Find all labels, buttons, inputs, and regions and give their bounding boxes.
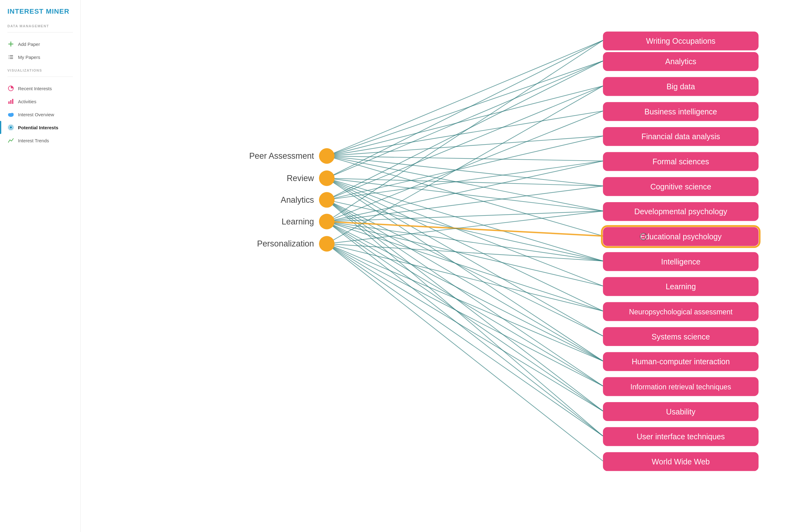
label-writing-occupations: Writing Occupations — [646, 37, 715, 45]
trend-icon — [7, 137, 14, 144]
label-intelligence: Intelligence — [661, 257, 700, 266]
dot-icon — [7, 124, 14, 131]
svg-rect-3 — [10, 57, 13, 57]
nav-activities[interactable]: Activities — [0, 95, 80, 108]
cloud-icon — [7, 111, 14, 118]
nav-interest-trends-label: Interest Trends — [18, 138, 49, 143]
label-peer-assessment: Peer Assessment — [249, 151, 314, 160]
svg-line-55 — [327, 222, 603, 411]
nav-interest-overview-label: Interest Overview — [18, 112, 54, 117]
nav-my-papers[interactable]: My Papers — [0, 51, 80, 63]
network-visualization: Peer Assessment Review Analytics Learnin… — [81, 0, 803, 532]
sidebar: INTEREST MINER DATA MANAGEMENT Add Paper… — [0, 0, 81, 532]
svg-rect-8 — [10, 100, 12, 104]
list-icon — [7, 54, 14, 60]
label-analytics: Analytics — [281, 195, 314, 205]
label-formal-sciences: Formal sciences — [652, 157, 709, 166]
svg-line-45 — [327, 111, 603, 222]
nav-add-paper[interactable]: Add Paper — [0, 38, 80, 51]
label-world-wide-web: World Wide Web — [652, 457, 710, 466]
node-review[interactable] — [319, 171, 334, 186]
divider-1 — [7, 32, 73, 33]
pie-icon — [7, 85, 14, 92]
divider-2 — [7, 77, 73, 77]
label-financial-data-analysis: Financial data analysis — [642, 132, 720, 141]
svg-rect-5 — [10, 58, 13, 59]
svg-line-62 — [327, 244, 603, 386]
svg-point-13 — [9, 126, 12, 129]
nav-add-paper-label: Add Paper — [18, 41, 40, 47]
label-personalization: Personalization — [257, 239, 314, 248]
svg-line-52 — [327, 222, 603, 311]
nav-my-papers-label: My Papers — [18, 55, 40, 60]
label-business-intelligence: Business intelligence — [645, 107, 717, 116]
svg-line-59 — [327, 244, 603, 261]
svg-point-12 — [11, 113, 14, 115]
node-learning[interactable] — [319, 214, 334, 229]
node-personalization[interactable] — [319, 236, 334, 251]
svg-line-61 — [327, 244, 603, 361]
svg-line-19 — [327, 111, 603, 156]
label-cognitive-science: Cognitive science — [650, 182, 711, 191]
svg-line-23 — [327, 156, 603, 211]
svg-rect-1 — [10, 55, 13, 56]
node-peer-assessment[interactable] — [319, 148, 334, 164]
svg-line-63 — [327, 244, 603, 411]
nav-potential-interests-label: Potential Interests — [18, 125, 58, 130]
nav-interest-overview[interactable]: Interest Overview — [0, 108, 80, 121]
label-systems-science: Systems science — [652, 332, 710, 341]
svg-rect-0 — [9, 55, 9, 56]
label-learning-pill: Learning — [666, 282, 696, 291]
label-neuropsychological-assessment: Neuropsychological assessment — [629, 308, 733, 316]
svg-line-17 — [327, 61, 603, 156]
svg-rect-2 — [9, 57, 9, 57]
network-svg: Peer Assessment Review Analytics Learnin… — [81, 0, 803, 532]
svg-line-35 — [327, 86, 603, 200]
label-review: Review — [287, 174, 314, 183]
svg-line-26 — [327, 61, 603, 178]
nav-activities-label: Activities — [18, 99, 36, 104]
data-management-label: DATA MANAGEMENT — [0, 24, 80, 31]
nav-interest-trends[interactable]: Interest Trends — [0, 134, 80, 147]
svg-rect-9 — [12, 99, 13, 104]
label-developmental-psychology: Developmental psychology — [634, 207, 727, 216]
label-learning: Learning — [282, 217, 314, 226]
node-analytics[interactable] — [319, 192, 334, 208]
nav-recent-interests[interactable]: Recent Interests — [0, 82, 80, 95]
svg-rect-4 — [9, 58, 9, 59]
bar-icon — [7, 98, 14, 105]
label-information-retrieval-techniques: Information retrieval techniques — [630, 383, 731, 391]
label-user-interface-techniques: User interface techniques — [637, 432, 725, 441]
label-human-computer-interaction: Human-computer interaction — [632, 357, 729, 366]
svg-line-32 — [327, 178, 603, 336]
label-analytics-pill: Analytics — [665, 57, 696, 66]
main-content: Peer Assessment Review Analytics Learnin… — [81, 0, 803, 532]
svg-rect-7 — [8, 101, 9, 104]
nav-potential-interests[interactable]: Potential Interests — [0, 121, 80, 134]
label-big-data: Big data — [667, 82, 695, 91]
svg-line-38 — [327, 200, 603, 261]
label-usability: Usability — [666, 407, 695, 416]
app-title: INTEREST MINER — [7, 7, 70, 15]
nav-recent-interests-label: Recent Interests — [18, 86, 52, 91]
svg-line-34 — [327, 61, 603, 200]
label-educational-psychology: Educational psychology — [640, 232, 722, 241]
logo-area: INTEREST MINER — [0, 7, 80, 24]
add-icon — [7, 41, 14, 48]
visualizations-label: VISUALIZATIONS — [0, 69, 80, 75]
